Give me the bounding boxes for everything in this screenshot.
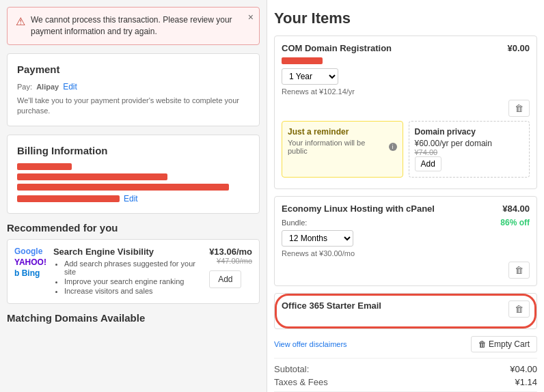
billing-redact-2: [17, 173, 167, 180]
recommend-item-name: Search Engine Visibility: [53, 247, 202, 257]
hosting-duration-row: 12 Months: [282, 230, 530, 247]
recommend-price-col: ¥13.06/mo ¥47.00/mo Add: [209, 247, 252, 288]
hosting-item-footer: 🗑: [282, 262, 530, 279]
domain-renews-text: Renews at ¥102.14/yr: [282, 87, 530, 96]
error-banner: ⚠ We cannot process this transaction. Pl…: [7, 7, 260, 45]
hosting-delete-button[interactable]: 🗑: [508, 262, 530, 279]
recommend-add-button[interactable]: Add: [209, 270, 241, 288]
billing-redact-4: [17, 195, 120, 202]
payment-note: We'll take you to your payment provider'…: [17, 96, 249, 117]
subtotal-row: Subtotal: ¥04.00: [274, 364, 537, 374]
hosting-item-header: Economy Linux Hosting with cPanel ¥84.00: [282, 204, 530, 214]
recommend-price: ¥13.06/mo: [209, 247, 252, 257]
taxes-label: Taxes & Fees: [274, 377, 328, 387]
taxes-row: Taxes & Fees ¥1.14: [274, 377, 537, 387]
domain-item-price: ¥0.00: [507, 43, 530, 53]
office-item-name: Office 365 Starter Email: [282, 300, 381, 311]
hosting-duration-select[interactable]: 12 Months: [282, 230, 353, 247]
recommend-bullets: Add search phrases suggested for your si…: [53, 260, 202, 295]
domain-duration-select[interactable]: 1 Year: [282, 68, 338, 85]
billing-edit-link[interactable]: Edit: [124, 194, 138, 204]
payment-title: Payment: [17, 64, 249, 75]
recommend-card: Google YAHOO! b Bing Search Engine Visib…: [7, 239, 260, 304]
payment-method-label: Pay: Alipay: [17, 83, 59, 91]
payment-edit-link[interactable]: Edit: [63, 82, 77, 92]
hosting-item-price: ¥84.00: [502, 204, 530, 214]
domain-delete-button[interactable]: 🗑: [508, 100, 530, 117]
domain-duration-row: 1 Year: [282, 68, 530, 85]
office-item-header: Office 365 Starter Email 🗑: [282, 300, 530, 318]
privacy-price: ¥60.00/yr per domain: [415, 139, 524, 148]
empty-cart-button[interactable]: 🗑 Empty Cart: [471, 336, 537, 352]
billing-title: Billing Information: [17, 145, 249, 156]
search-logos: Google YAHOO! b Bing: [14, 247, 46, 278]
domain-item-card: COM Domain Registration ¥0.00 1 Year Ren…: [274, 36, 537, 189]
billing-section: Billing Information Edit: [7, 135, 260, 214]
your-items-title: Your Items: [274, 7, 537, 27]
taxes-value: ¥1.14: [515, 377, 537, 387]
payment-method-value: Alipay: [36, 83, 59, 91]
billing-edit-row: Edit: [17, 194, 249, 204]
reminder-section: Just a reminder Your information will be…: [282, 121, 530, 178]
hosting-item-name: Economy Linux Hosting with cPanel: [282, 204, 435, 214]
recommended-title: Recommended for you: [7, 222, 260, 234]
recommended-section: Recommended for you Google YAHOO! b Bing…: [7, 222, 260, 304]
error-close-button[interactable]: ×: [248, 12, 254, 23]
billing-redact-1: [17, 163, 72, 170]
privacy-old-price: ¥74.00: [415, 148, 524, 156]
left-panel: ⚠ We cannot process this transaction. Pl…: [0, 0, 267, 392]
billing-redact-3: [17, 184, 229, 191]
matching-domains-section: Matching Domains Available: [7, 312, 260, 324]
matching-title: Matching Domains Available: [7, 312, 260, 324]
totals-divider: [274, 358, 537, 359]
domain-item-header: COM Domain Registration ¥0.00: [282, 43, 530, 53]
domain-redact: [282, 57, 323, 64]
recommend-bullet-1: Add search phrases suggested for your si…: [64, 260, 202, 276]
privacy-add-button[interactable]: Add: [415, 156, 441, 171]
bing-logo: b Bing: [14, 268, 46, 278]
office-delete-button[interactable]: 🗑: [508, 300, 530, 318]
domain-item-name: COM Domain Registration: [282, 43, 392, 53]
right-panel: Your Items COM Domain Registration ¥0.00…: [267, 0, 544, 392]
hosting-discount-badge: 86% off: [500, 218, 530, 227]
domain-item-footer: 🗑: [282, 100, 530, 117]
office-item-card: Office 365 Starter Email 🗑: [274, 293, 537, 329]
domain-privacy-box: Domain privacy ¥60.00/yr per domain ¥74.…: [409, 121, 530, 178]
disclaimer-link[interactable]: View offer disclaimers: [274, 340, 347, 348]
recommend-bullet-2: Improve your search engine ranking: [64, 277, 202, 285]
hosting-renews-text: Renews at ¥30.00/mo: [282, 249, 530, 257]
totals-section: Subtotal: ¥04.00 Taxes & Fees ¥1.14 Tota…: [274, 364, 537, 392]
yahoo-logo: YAHOO!: [14, 257, 46, 267]
info-icon: i: [389, 143, 397, 151]
hosting-bundle-label: Bundle:: [282, 219, 307, 227]
payment-method-row: Pay: Alipay Edit: [17, 82, 249, 92]
warning-icon: ⚠: [16, 15, 25, 28]
error-message: We cannot process this transaction. Plea…: [31, 14, 239, 38]
payment-section: Payment Pay: Alipay Edit We'll take you …: [7, 53, 260, 127]
subtotal-label: Subtotal:: [274, 364, 309, 374]
recommend-old-price: ¥47.00/mo: [209, 257, 252, 265]
reminder-title: Just a reminder: [288, 127, 397, 137]
recommend-content: Search Engine Visibility Add search phra…: [53, 247, 202, 296]
hosting-item-card: Economy Linux Hosting with cPanel ¥84.00…: [274, 196, 537, 286]
reminder-box: Just a reminder Your information will be…: [282, 121, 403, 178]
google-logo: Google: [14, 247, 46, 256]
reminder-text: Your information will be public i: [288, 139, 397, 155]
subtotal-value: ¥04.00: [510, 364, 537, 374]
recommend-bullet-3: Increase visitors and sales: [64, 287, 202, 295]
privacy-title: Domain privacy: [415, 127, 524, 137]
disclaimer-row: View offer disclaimers 🗑 Empty Cart: [274, 336, 537, 352]
